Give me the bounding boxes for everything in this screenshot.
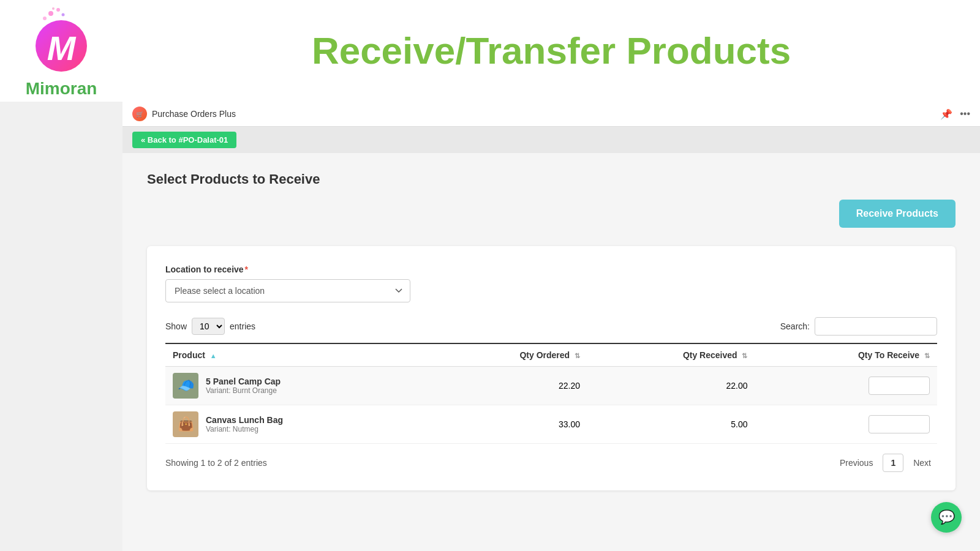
qty-to-receive-cell[interactable]	[755, 405, 937, 444]
show-label: Show	[165, 321, 187, 331]
sort-product-icon: ▲	[210, 352, 217, 359]
qty-received-cell: 5.00	[587, 405, 755, 444]
product-variant: Variant: Burnt Orange	[206, 386, 281, 395]
svg-point-4	[52, 7, 55, 10]
svg-point-0	[48, 11, 53, 16]
qty-received-cell: 22.00	[587, 367, 755, 405]
col-product[interactable]: Product ▲	[165, 343, 429, 367]
search-area: Search:	[780, 317, 937, 335]
col-qty-received[interactable]: Qty Received ⇅	[587, 343, 755, 367]
page-1-button[interactable]: 1	[883, 454, 903, 472]
app-bar-right: 📌 •••	[940, 108, 970, 120]
product-thumbnail: 🧢	[173, 373, 198, 399]
location-select[interactable]: Please select a location	[165, 279, 410, 302]
pagination-controls: Previous 1 Next	[834, 454, 937, 472]
brand-area: M Mimoran	[0, 0, 123, 102]
product-info: 5 Panel Camp Cap Variant: Burnt Orange	[206, 377, 281, 395]
table-controls: Show 10 25 50 entries Search:	[165, 317, 937, 335]
product-variant: Variant: Nutmeg	[206, 425, 283, 433]
data-table: Product ▲ Qty Ordered ⇅ Qty Received ⇅ Q…	[165, 343, 937, 444]
main-card: Location to receive* Please select a loc…	[147, 246, 956, 490]
search-label: Search:	[780, 321, 810, 331]
app-bar-left: 🛒 Purchase Orders Plus	[132, 107, 236, 121]
col-qty-to-receive[interactable]: Qty To Receive ⇅	[755, 343, 937, 367]
more-icon[interactable]: •••	[960, 108, 970, 119]
page-main-title: Receive/Transfer Products	[312, 30, 791, 72]
next-button[interactable]: Next	[907, 454, 937, 471]
section-title: Select Products to Receive	[147, 171, 956, 187]
entries-label: entries	[230, 321, 255, 331]
receive-btn-row: Receive Products	[147, 200, 956, 228]
chat-icon: 💬	[938, 509, 955, 525]
qty-to-receive-input[interactable]	[869, 415, 930, 433]
app-icon: 🛒	[132, 107, 147, 121]
product-cell: 👜 Canvas Lunch Bag Variant: Nutmeg	[165, 405, 429, 444]
main-content: Select Products to Receive Receive Produ…	[123, 153, 980, 551]
svg-point-2	[43, 17, 47, 20]
qty-ordered-cell: 33.00	[429, 405, 587, 444]
sort-qty-received-icon: ⇅	[742, 352, 747, 360]
show-entries: Show 10 25 50 entries	[165, 318, 255, 335]
app-bar-title: Purchase Orders Plus	[152, 109, 236, 119]
nav-bar: « Back to #PO-Dalat-01	[123, 127, 980, 153]
logo-icon: M	[28, 6, 95, 76]
product-name: Canvas Lunch Bag	[206, 415, 283, 425]
search-input[interactable]	[815, 317, 937, 335]
col-qty-ordered[interactable]: Qty Ordered ⇅	[429, 343, 587, 367]
sort-qty-to-receive-icon: ⇅	[924, 352, 930, 360]
product-name: 5 Panel Camp Cap	[206, 377, 281, 386]
svg-point-1	[56, 8, 60, 12]
pin-icon[interactable]: 📌	[940, 108, 952, 120]
sort-qty-ordered-icon: ⇅	[575, 352, 580, 360]
pagination-row: Showing 1 to 2 of 2 entries Previous 1 N…	[165, 454, 937, 472]
chat-button[interactable]: 💬	[931, 502, 962, 533]
qty-to-receive-input[interactable]	[869, 377, 930, 395]
qty-to-receive-cell[interactable]	[755, 367, 937, 405]
required-star: *	[245, 264, 248, 274]
location-section: Location to receive* Please select a loc…	[165, 264, 937, 302]
svg-text:M: M	[47, 29, 77, 67]
page-title-area: Receive/Transfer Products	[123, 0, 980, 102]
product-cell: 🧢 5 Panel Camp Cap Variant: Burnt Orange	[165, 367, 429, 405]
app-bar: 🛒 Purchase Orders Plus 📌 •••	[123, 102, 980, 127]
qty-ordered-cell: 22.20	[429, 367, 587, 405]
showing-text: Showing 1 to 2 of 2 entries	[165, 458, 267, 468]
table-row: 👜 Canvas Lunch Bag Variant: Nutmeg 33.00…	[165, 405, 937, 444]
entries-select[interactable]: 10 25 50	[192, 318, 225, 335]
table-row: 🧢 5 Panel Camp Cap Variant: Burnt Orange…	[165, 367, 937, 405]
svg-point-3	[62, 13, 65, 17]
previous-button[interactable]: Previous	[834, 454, 879, 471]
product-info: Canvas Lunch Bag Variant: Nutmeg	[206, 415, 283, 433]
page-header: M Mimoran Receive/Transfer Products	[0, 0, 980, 102]
brand-name: Mimoran	[26, 79, 97, 99]
location-label: Location to receive*	[165, 264, 937, 274]
back-button[interactable]: « Back to #PO-Dalat-01	[132, 132, 236, 148]
receive-products-button[interactable]: Receive Products	[839, 200, 956, 228]
product-thumbnail: 👜	[173, 411, 198, 437]
